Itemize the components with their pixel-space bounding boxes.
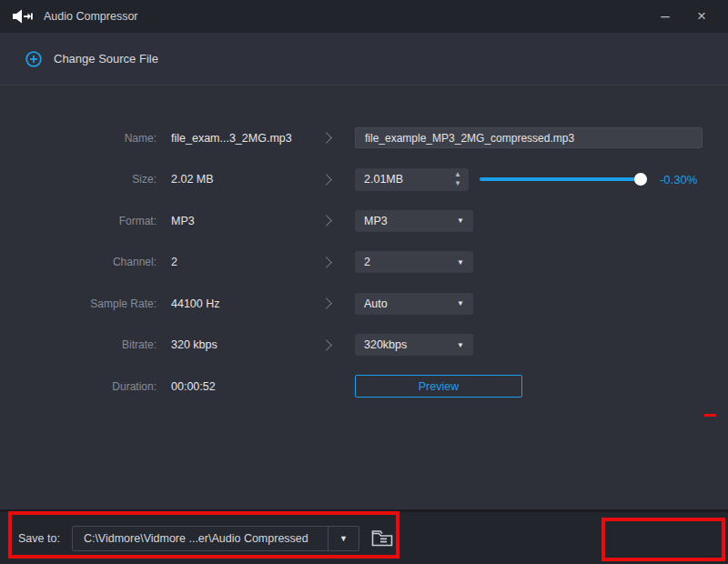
size-slider[interactable] [480,173,647,186]
chevron-right-icon [320,215,332,227]
chevron-down-icon: ▼ [457,217,464,225]
chevron-right-icon [320,132,332,144]
size-spin-up-icon[interactable]: ▲ [454,170,461,179]
duration-row: Duration: 00:00:52 Preview [0,366,728,408]
header: Change Source File [0,33,728,86]
output-name-input[interactable] [355,127,703,148]
folder-icon [371,529,393,547]
sample-rate-selected-value: Auto [364,297,388,310]
output-size-input[interactable] [355,168,439,191]
channel-row: Channel: 2 2 ▼ [0,242,728,284]
sample-rate-current-value: 44100 Hz [157,297,311,310]
titlebar: Audio Compressor – × [0,0,728,33]
format-current-value: MP3 [157,215,311,227]
bitrate-current-value: 320 kbps [157,338,311,351]
sample-rate-dropdown[interactable]: Auto ▼ [355,293,473,315]
size-slider-fill [480,177,647,181]
sample-rate-label: Sample Rate: [0,297,157,310]
audio-compressor-window: Audio Compressor – × Change Source File … [0,0,728,564]
format-selected-value: MP3 [364,215,388,227]
channel-label: Channel: [0,256,157,268]
open-folder-button[interactable] [368,526,397,551]
name-current-value: file_exam...3_2MG.mp3 [157,132,311,145]
change-source-file-button[interactable]: Change Source File [25,51,158,67]
channel-dropdown[interactable]: 2 ▼ [355,251,473,273]
size-label: Size: [0,173,157,186]
plus-circle-icon [25,51,42,67]
size-slider-handle[interactable] [634,173,647,186]
name-label: Name: [0,132,157,145]
bitrate-dropdown[interactable]: 320kbps ▼ [355,334,473,356]
duration-label: Duration: [0,380,157,393]
chevron-down-icon: ▼ [457,341,464,349]
format-row: Format: MP3 MP3 ▼ [0,200,728,242]
save-path-dropdown-button[interactable]: ▼ [329,527,359,550]
bitrate-selected-value: 320kbps [364,338,407,351]
sample-rate-row: Sample Rate: 44100 Hz Auto ▼ [0,283,728,325]
window-controls: – × [652,5,715,28]
chevron-right-icon [320,257,332,268]
size-row: Size: 2.02 MB ▲ ▼ -0.30% [0,159,728,201]
footer-bar: Save to: ▼ Compress [0,509,728,564]
size-reduction-percent: -0.30% [660,173,697,186]
bitrate-label: Bitrate: [0,338,157,351]
annotation-red-dash [704,414,716,417]
bitrate-row: Bitrate: 320 kbps 320kbps ▼ [0,325,728,367]
close-button[interactable]: × [688,5,715,28]
audio-compressor-icon [13,9,33,24]
chevron-down-icon: ▼ [457,258,464,267]
minimize-button[interactable]: – [652,5,679,28]
format-dropdown[interactable]: MP3 ▼ [355,210,473,232]
chevron-right-icon [320,297,332,309]
chevron-right-icon [320,174,332,186]
channel-current-value: 2 [157,256,311,268]
save-path-input[interactable] [73,527,328,550]
save-path-combobox: ▼ [72,526,359,551]
chevron-right-icon [320,339,332,351]
name-row: Name: file_exam...3_2MG.mp3 [0,117,728,159]
channel-selected-value: 2 [364,256,370,268]
window-title: Audio Compressor [44,10,138,23]
change-source-file-label: Change Source File [54,52,158,65]
settings-panel: Name: file_exam...3_2MG.mp3 Size: 2.02 M… [0,86,728,509]
save-to-label: Save to: [18,532,60,545]
size-current-value: 2.02 MB [157,173,311,186]
output-size-stepper: ▲ ▼ [355,168,469,191]
duration-current-value: 00:00:52 [157,380,311,393]
format-label: Format: [0,215,157,227]
chevron-down-icon: ▼ [457,299,464,307]
preview-button[interactable]: Preview [355,375,522,398]
size-spin-down-icon[interactable]: ▼ [454,179,461,188]
